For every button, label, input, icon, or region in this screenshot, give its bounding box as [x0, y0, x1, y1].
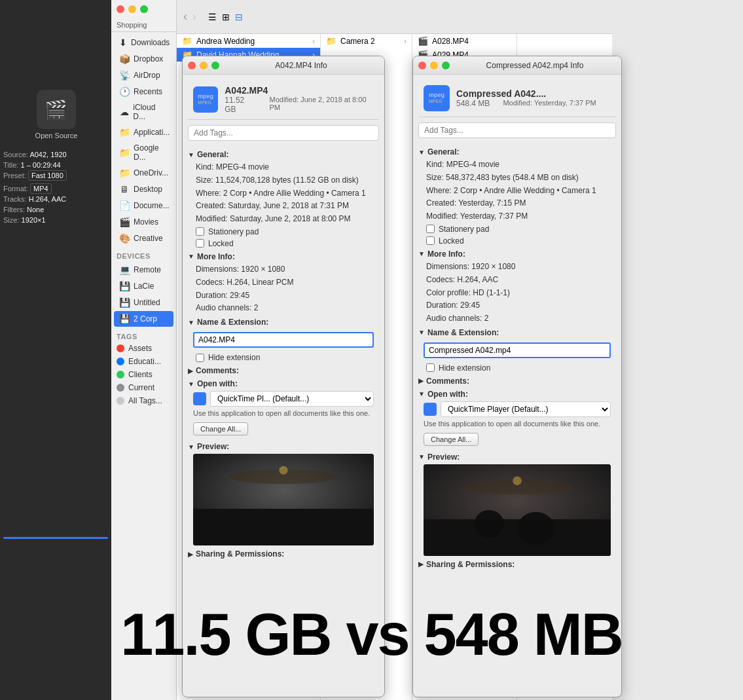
tag-education[interactable]: Educati...: [111, 355, 176, 368]
open-with-section[interactable]: ▼ Open with:: [188, 379, 379, 388]
nav-back-icon[interactable]: ‹: [183, 10, 187, 24]
compressed-filename: Compressed A042....: [456, 88, 596, 99]
tab-area: Shopping: [111, 18, 176, 32]
original-filename-input[interactable]: [193, 332, 374, 348]
sidebar-item-applications[interactable]: 📁 Applicati...: [114, 124, 173, 140]
folder-icon: 📁: [182, 36, 192, 46]
comments-section[interactable]: ▶ Comments:: [418, 377, 616, 386]
sidebar-item-2corp[interactable]: 💾 2 Corp: [114, 311, 173, 327]
open-with-section[interactable]: ▼ Open with:: [418, 390, 616, 399]
file-item-camera2[interactable]: 📁 Camera 2 ›: [321, 34, 412, 48]
sidebar-item-airdrop[interactable]: 📡 AirDrop: [114, 67, 173, 83]
nav-forward-icon[interactable]: ›: [192, 10, 196, 24]
more-info-label: More Info:: [427, 249, 465, 259]
stationery-checkbox[interactable]: [196, 227, 204, 236]
hide-ext-label: Hide extension: [439, 363, 490, 373]
format-value: MP4: [30, 183, 52, 194]
general-section[interactable]: ▼ General:: [188, 150, 379, 159]
sidebar-item-label: Dropbox: [134, 54, 163, 64]
hide-ext-checkbox[interactable]: [196, 354, 204, 362]
sidebar-item-recents[interactable]: 🕐 Recents: [114, 84, 173, 100]
tag-assets[interactable]: Assets: [111, 342, 176, 355]
sidebar-item-downloads[interactable]: ⬇ Downloads: [114, 35, 173, 50]
sidebar-item-onedrive[interactable]: 📁 OneDriv...: [114, 165, 173, 181]
maximize-button[interactable]: [211, 62, 219, 69]
triangle-icon: ▼: [188, 380, 194, 388]
gallery-icon[interactable]: ⊟: [235, 12, 243, 22]
sharing-label: Sharing & Permissions:: [196, 549, 284, 559]
preview-section[interactable]: ▼ Preview:: [188, 442, 379, 451]
name-ext-section[interactable]: ▼ Name & Extension:: [188, 318, 379, 327]
open-with-select[interactable]: QuickTime Pl... (Default...): [210, 391, 374, 407]
sidebar-item-movies[interactable]: 🎬 Movies: [114, 214, 173, 230]
compressed-filename-input[interactable]: [424, 342, 611, 358]
maximize-button[interactable]: [140, 5, 148, 13]
sharing-section[interactable]: ▶ Sharing & Permissions:: [188, 549, 379, 559]
hide-ext-checkbox[interactable]: [426, 363, 435, 372]
minimize-button[interactable]: [430, 62, 438, 69]
triangle-right-icon: ▶: [418, 377, 424, 384]
sidebar-item-untitled[interactable]: 💾 Untitled: [114, 295, 173, 310]
applications-icon: 📁: [119, 127, 130, 138]
progress-bar: [3, 537, 108, 539]
more-info-section[interactable]: ▼ More Info:: [188, 252, 379, 261]
duration-row: Duration: 29:45: [426, 300, 616, 311]
change-all-button[interactable]: Change All...: [424, 433, 479, 446]
columns-icon[interactable]: ⊞: [222, 12, 230, 22]
all-tags-label: All Tags...: [128, 396, 162, 405]
open-source-label: Open Source: [35, 132, 78, 139]
locked-checkbox[interactable]: [196, 239, 204, 248]
close-button[interactable]: [188, 62, 196, 69]
name-ext-section[interactable]: ▼ Name & Extension:: [418, 328, 616, 337]
assets-tag-dot: [117, 344, 124, 352]
close-button[interactable]: [117, 5, 124, 13]
tag-clients[interactable]: Clients: [111, 368, 176, 381]
preview-section[interactable]: ▼ Preview:: [418, 452, 616, 462]
sidebar-item-creative[interactable]: 🎨 Creative: [114, 230, 173, 246]
maximize-button[interactable]: [442, 62, 450, 69]
info-panel-original: A042.MP4 Info mpeg MPEG A042.MP4 11.52 G…: [182, 56, 385, 697]
change-all-button[interactable]: Change All...: [193, 422, 248, 435]
sidebar-item-remote[interactable]: 💻 Remote: [114, 262, 173, 278]
current-tag-dot: [117, 384, 124, 392]
minimize-button[interactable]: [128, 5, 136, 13]
file-item-a028[interactable]: 🎬 A028.MP4: [412, 34, 516, 48]
google-icon: 📁: [119, 147, 130, 158]
general-section[interactable]: ▼ General:: [418, 147, 616, 157]
locked-row: Locked: [426, 236, 616, 246]
locked-label: Locked: [439, 236, 464, 246]
chevron-right-icon: ›: [404, 37, 407, 46]
view-icon[interactable]: ☰: [208, 12, 217, 22]
original-filesize: 11.52 GB: [225, 96, 256, 114]
svg-point-10: [474, 510, 504, 538]
original-tags-input[interactable]: [188, 125, 379, 141]
stationery-checkbox[interactable]: [426, 225, 435, 233]
close-button[interactable]: [418, 62, 426, 69]
tag-all[interactable]: All Tags...: [111, 394, 176, 407]
svg-point-11: [517, 512, 554, 545]
sidebar-item-desktop[interactable]: 🖥 Desktop: [114, 181, 173, 197]
minimize-button[interactable]: [200, 62, 208, 69]
sharing-section[interactable]: ▶ Sharing & Permissions:: [418, 560, 616, 569]
bottom-area: [3, 566, 108, 697]
preview-label: Preview:: [427, 452, 460, 462]
sidebar-item-label: Applicati...: [134, 128, 170, 137]
compressed-modified: Modified: Yesterday, 7:37 PM: [503, 99, 596, 108]
sidebar-item-icloud[interactable]: ☁ iCloud D...: [114, 100, 173, 124]
more-info-section[interactable]: ▼ More Info:: [418, 249, 616, 259]
compressed-preview: [424, 464, 611, 556]
open-with-select[interactable]: QuickTime Player (Default...): [441, 401, 611, 417]
comments-section[interactable]: ▶ Comments:: [188, 366, 379, 375]
sidebar-item-google[interactable]: 📁 Google D...: [114, 141, 173, 164]
sidebar-item-dropbox[interactable]: 📦 Dropbox: [114, 51, 173, 67]
locked-checkbox[interactable]: [426, 236, 435, 245]
file-item-andrea[interactable]: 📁 Andrea Wedding ›: [177, 34, 320, 48]
sidebar-item-lacie[interactable]: 💾 LaCie: [114, 278, 173, 294]
triangle-icon: ▼: [188, 151, 194, 158]
shopping-tab[interactable]: Shopping: [117, 21, 147, 29]
untitled-icon: 💾: [119, 297, 130, 308]
sidebar-item-documents[interactable]: 📄 Docume...: [114, 198, 173, 213]
tag-current[interactable]: Current: [111, 381, 176, 394]
sidebar-item-label: Desktop: [134, 185, 162, 194]
compressed-tags-input[interactable]: [418, 122, 616, 138]
